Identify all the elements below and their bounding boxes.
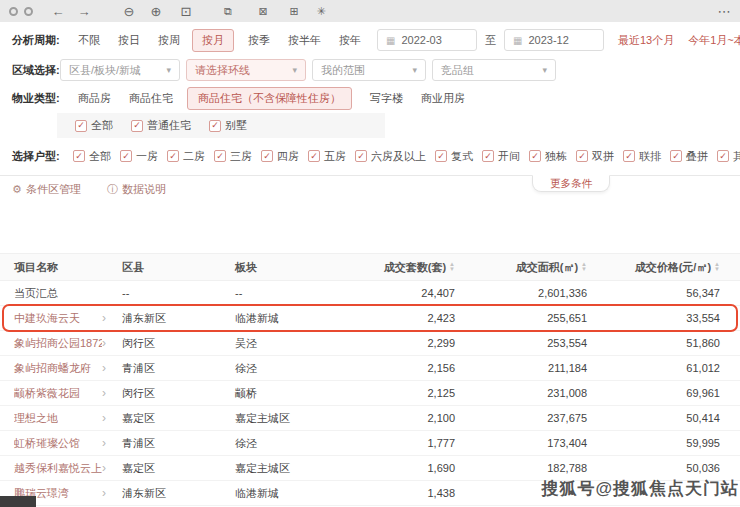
column-header-price-sortable[interactable]: 成交价格(元/㎡) ▲▼: [587, 260, 720, 275]
checkbox-three-bedroom[interactable]: ✓三房: [214, 149, 252, 164]
table-row[interactable]: 理想之地› 嘉定区 嘉定主城区 2,100 237,675 50,414: [0, 406, 740, 431]
property-option-residential-no-affordable-selected[interactable]: 商品住宅（不含保障性住房）: [187, 87, 352, 110]
status-dot-icon[interactable]: [6, 0, 20, 22]
chevron-down-icon: ▾: [412, 65, 417, 75]
my-range-dropdown[interactable]: 我的范围 ▾: [312, 59, 426, 81]
more-conditions-button[interactable]: 更多条件: [532, 175, 610, 192]
checkbox-label: 全部: [91, 118, 113, 133]
checkbox-icon: ✓: [717, 150, 729, 162]
period-option-weekly[interactable]: 按周: [158, 33, 180, 48]
property-option-commercial[interactable]: 商业用房: [421, 91, 465, 106]
filter-footer-band: ⚙ 条件区管理 ⓘ 数据说明 更多条件: [0, 175, 740, 205]
period-option-unlimited[interactable]: 不限: [78, 33, 100, 48]
date-to-input[interactable]: ▦ 2023-12: [504, 29, 604, 51]
table-row[interactable]: 象屿招商蟠龙府› 青浦区 徐泾 2,156 211,184 61,012: [0, 356, 740, 381]
checkbox-detached[interactable]: ✓独栋: [529, 149, 567, 164]
period-option-yearly[interactable]: 按年: [339, 33, 361, 48]
column-header-area-sortable[interactable]: 成交面积(㎡) ▲▼: [455, 260, 587, 275]
checkbox-five-bedroom[interactable]: ✓五房: [308, 149, 346, 164]
shortcut-this-year[interactable]: 今年1月~本月: [688, 33, 740, 48]
more-options-icon[interactable]: ⋯: [714, 0, 734, 22]
district-dropdown[interactable]: 区县/板块/新城 ▾: [60, 59, 180, 81]
column-header-units-sortable[interactable]: 成交套数(套) ▲▼: [385, 260, 455, 275]
project-name-link[interactable]: 象屿招商公园1872: [14, 336, 102, 351]
checkbox-duplex[interactable]: ✓复式: [435, 149, 473, 164]
property-sub-options-row: ✓ 全部 ✓ 普通住宅 ✓ 别墅: [57, 113, 385, 138]
cell-price: 69,961: [587, 387, 720, 399]
cell-board: 徐泾: [235, 436, 385, 451]
cell-area: 255,651: [455, 312, 587, 324]
property-option-commodity[interactable]: 商品房: [78, 91, 111, 106]
chevron-right-icon[interactable]: ›: [102, 486, 106, 500]
checkbox-two-bedroom[interactable]: ✓二房: [167, 149, 205, 164]
checkbox-townhouse[interactable]: ✓联排: [623, 149, 661, 164]
table-row[interactable]: 颛桥紫薇花园› 闵行区 颛桥 2,125 231,008 69,961: [0, 381, 740, 406]
ring-road-dropdown[interactable]: 请选择环线 ▾: [186, 59, 306, 81]
chevron-right-icon[interactable]: ›: [102, 436, 106, 450]
checkbox-one-bedroom[interactable]: ✓一房: [120, 149, 158, 164]
cell-units: 2,125: [385, 387, 455, 399]
project-name-link[interactable]: 象屿招商蟠龙府: [14, 361, 91, 376]
period-option-daily[interactable]: 按日: [118, 33, 140, 48]
browser-toolbar: ← → ⊖ ⊕ ⊡ ⧉ ⊠ ⊞ ✳ ⋯: [0, 0, 740, 22]
chevron-right-icon[interactable]: ›: [102, 411, 106, 425]
column-header-project-name: 项目名称: [0, 260, 122, 275]
cell-board: 徐泾: [235, 361, 385, 376]
checkbox-other[interactable]: ✓其他: [717, 149, 740, 164]
status-dot-icon[interactable]: [21, 0, 35, 22]
period-option-halfyear[interactable]: 按半年: [288, 33, 321, 48]
checkbox-house-all[interactable]: ✓全部: [73, 149, 111, 164]
checkbox-four-bedroom[interactable]: ✓四房: [261, 149, 299, 164]
column-header-district: 区县: [122, 260, 235, 275]
project-name-link[interactable]: 中建玖海云天: [14, 311, 80, 326]
checkbox-all-residential[interactable]: ✓ 全部: [75, 118, 113, 133]
chevron-right-icon[interactable]: ›: [102, 336, 106, 350]
open-window-icon[interactable]: ⊞: [286, 0, 302, 22]
chevron-right-icon[interactable]: ›: [102, 311, 106, 325]
period-option-monthly-selected[interactable]: 按月: [192, 29, 234, 52]
checkbox-studio[interactable]: ✓开间: [482, 149, 520, 164]
sort-icon[interactable]: ▲▼: [714, 262, 720, 272]
chevron-right-icon[interactable]: ›: [102, 461, 106, 475]
cell-board: 颛桥: [235, 386, 385, 401]
chevron-right-icon[interactable]: ›: [102, 386, 106, 400]
cell-district: 闵行区: [122, 386, 235, 401]
shortcut-last-13-months[interactable]: 最近13个月: [618, 33, 674, 48]
checkbox-ordinary-residence[interactable]: ✓ 普通住宅: [131, 118, 191, 133]
screenshot-frame-icon[interactable]: ⊡: [178, 0, 194, 22]
cell-district: 嘉定区: [122, 461, 235, 476]
table-row-highlighted[interactable]: 中建玖海云天› 浦东新区 临港新城 2,423 255,651 33,554: [0, 306, 740, 331]
project-name-link[interactable]: 虹桥璀璨公馆: [14, 436, 80, 451]
cell-district: 浦东新区: [122, 311, 235, 326]
magic-wand-icon[interactable]: ✳: [313, 0, 329, 22]
info-icon: ⓘ: [107, 182, 118, 197]
project-name-link[interactable]: 越秀保利嘉悦云上: [14, 461, 102, 476]
data-note-link[interactable]: ⓘ 数据说明: [107, 182, 166, 197]
chevron-right-icon[interactable]: ›: [102, 361, 106, 375]
nav-forward-icon[interactable]: →: [76, 0, 92, 22]
checkbox-icon: ✓: [75, 120, 87, 132]
date-from-input[interactable]: ▦ 2022-03: [377, 29, 477, 51]
select-region-icon[interactable]: ⊠: [255, 0, 271, 22]
summary-row-label: 当页汇总: [14, 286, 58, 301]
cell-board: --: [235, 287, 385, 299]
property-option-office[interactable]: 写字楼: [370, 91, 403, 106]
nav-back-icon[interactable]: ←: [50, 0, 66, 22]
table-row[interactable]: 虹桥璀璨公馆› 青浦区 徐泾 1,777 173,404 59,995: [0, 431, 740, 456]
project-name-link[interactable]: 颛桥紫薇花园: [14, 386, 80, 401]
checkbox-label: 其他: [733, 149, 740, 164]
condition-manager-link[interactable]: ⚙ 条件区管理: [12, 182, 81, 197]
table-row[interactable]: 象屿招商公园1872› 闵行区 吴泾 2,299 253,554 51,860: [0, 331, 740, 356]
zoom-out-icon[interactable]: ⊖: [121, 0, 137, 22]
duplicate-window-icon[interactable]: ⧉: [220, 0, 236, 22]
checkbox-stacked[interactable]: ✓叠拼: [670, 149, 708, 164]
period-option-quarterly[interactable]: 按季: [248, 33, 270, 48]
checkbox-six-plus-bedroom[interactable]: ✓六房及以上: [355, 149, 426, 164]
zoom-in-icon[interactable]: ⊕: [148, 0, 164, 22]
property-option-residential[interactable]: 商品住宅: [129, 91, 173, 106]
property-type-label: 物业类型:: [12, 91, 60, 106]
checkbox-semi-detached[interactable]: ✓双拼: [576, 149, 614, 164]
project-name-link[interactable]: 理想之地: [14, 411, 58, 426]
competitor-group-dropdown[interactable]: 竞品组 ▾: [432, 59, 556, 81]
checkbox-villa[interactable]: ✓ 别墅: [209, 118, 247, 133]
